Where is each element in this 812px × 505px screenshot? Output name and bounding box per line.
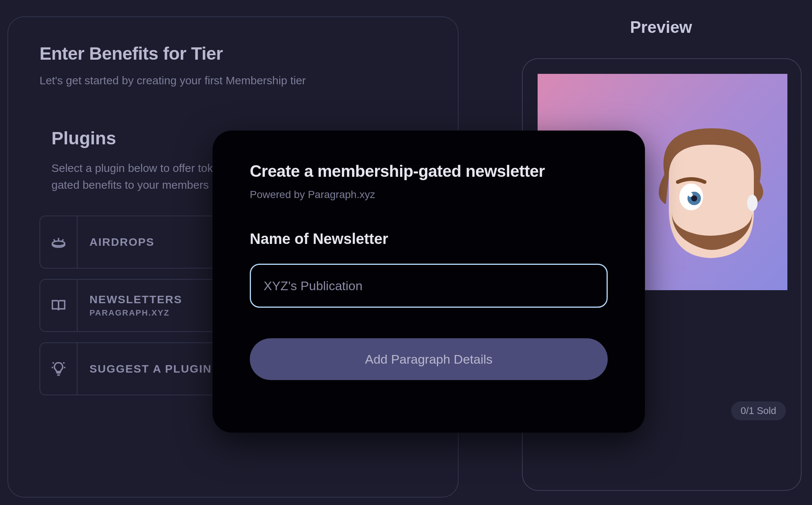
create-newsletter-modal: Create a membership-gated newsletter Pow… — [213, 131, 645, 433]
svg-point-5 — [747, 195, 758, 211]
plugin-title: SUGGEST A PLUGIN — [89, 363, 212, 375]
benefits-subtitle: Let's get started by creating your first… — [40, 74, 427, 87]
svg-point-4 — [688, 192, 693, 197]
svg-point-0 — [53, 241, 65, 246]
newsletter-name-input[interactable] — [250, 264, 608, 308]
book-icon — [40, 280, 78, 331]
svg-point-3 — [691, 195, 697, 201]
benefits-title: Enter Benefits for Tier — [40, 43, 427, 64]
newsletter-name-label: Name of Newsletter — [250, 230, 608, 247]
sold-badge: 0/1 Sold — [731, 401, 786, 420]
airdrop-icon — [40, 216, 78, 268]
modal-subtitle: Powered by Paragraph.xyz — [250, 189, 608, 201]
plugin-title: AIRDROPS — [89, 236, 154, 248]
add-paragraph-details-button[interactable]: Add Paragraph Details — [250, 338, 608, 380]
lightbulb-icon — [40, 343, 78, 395]
preview-heading: Preview — [630, 18, 692, 37]
plugin-title: NEWSLETTERS — [89, 293, 182, 306]
modal-title: Create a membership-gated newsletter — [250, 162, 608, 181]
plugin-subtitle: PARAGRAPH.XYZ — [89, 308, 182, 318]
